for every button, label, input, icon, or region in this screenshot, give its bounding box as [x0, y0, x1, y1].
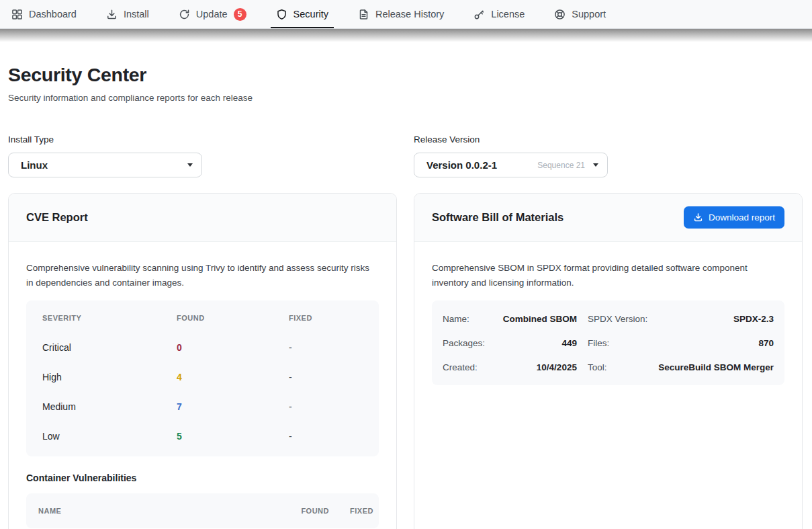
sbom-info-label: Packages:: [443, 331, 485, 355]
install-type-filter: Install Type Linux: [8, 134, 397, 177]
severity-row-critical: Critical 0 -: [42, 333, 363, 362]
download-icon: [106, 9, 118, 20]
release-version-filter: Release Version Version 0.0.2-1 Sequence…: [414, 134, 803, 177]
chevron-down-icon: [187, 163, 193, 167]
scroll-shadow-band: [0, 29, 812, 42]
name-column-header: NAME: [38, 507, 287, 515]
sbom-info-label: Files:: [588, 331, 647, 355]
sbom-info-label: Name:: [443, 307, 485, 331]
found-count: 4: [177, 372, 289, 382]
found-column-header: FOUND: [177, 314, 289, 322]
severity-row-low: Low 5 -: [42, 421, 363, 451]
install-type-select[interactable]: Linux: [8, 153, 202, 177]
cve-report-card-header: CVE Report: [9, 194, 396, 242]
sbom-info-label: Tool:: [588, 355, 647, 379]
dashboard-icon: [11, 9, 23, 20]
nav-label: License: [491, 9, 525, 19]
found-count: 5: [177, 431, 289, 442]
severity-name: Low: [42, 431, 177, 442]
sbom-info-grid: Name: Combined SBOM SPDX Version: SPDX-2…: [432, 300, 784, 385]
sbom-info-label: Created:: [443, 355, 485, 379]
nav-tab-support[interactable]: Support: [549, 0, 611, 28]
cve-report-card: CVE Report Comprehensive vulnerability s…: [8, 193, 397, 529]
file-text-icon: [358, 9, 369, 20]
sbom-info-value: 870: [658, 331, 774, 355]
severity-table-header: SEVERITY FOUND FIXED: [42, 313, 363, 323]
fixed-count: -: [289, 372, 363, 382]
download-report-label: Download report: [709, 212, 775, 222]
container-vulnerabilities-table-header: NAME FOUND FIXED: [26, 493, 379, 528]
shield-icon: [276, 9, 287, 20]
fixed-count: -: [289, 431, 363, 442]
release-version-value: Version 0.0.2-1: [426, 159, 532, 171]
fixed-column-header: FIXED: [289, 314, 363, 322]
nav-label: Dashboard: [29, 9, 77, 19]
fixed-count: -: [289, 342, 363, 353]
severity-name: Medium: [42, 401, 177, 412]
severity-column-header: SEVERITY: [42, 314, 177, 322]
sbom-info-value: 10/4/2025: [496, 355, 577, 379]
container-vulnerabilities-title: Container Vulnerabilities: [26, 473, 379, 483]
refresh-icon: [179, 9, 190, 20]
top-nav: Dashboard Install Update 5 Security: [0, 0, 812, 29]
key-icon: [473, 9, 485, 20]
main-content: Security Center Security information and…: [0, 64, 812, 529]
sbom-info-label: SPDX Version:: [588, 307, 647, 331]
install-type-value: Linux: [21, 159, 182, 171]
download-icon: [693, 212, 703, 222]
lifebuoy-icon: [554, 9, 566, 20]
sbom-info-value: SPDX-2.3: [658, 307, 774, 331]
nav-tab-install[interactable]: Install: [101, 0, 154, 28]
found-count: 0: [177, 342, 289, 353]
page-title: Security Center: [8, 64, 803, 86]
sbom-info-value: SecureBuild SBOM Merger: [658, 355, 774, 379]
found-column-header: FOUND: [298, 507, 329, 515]
nav-tab-release-history[interactable]: Release History: [353, 0, 449, 28]
nav-tab-dashboard[interactable]: Dashboard: [6, 0, 82, 28]
download-report-button[interactable]: Download report: [684, 206, 784, 229]
fixed-count: -: [289, 401, 363, 412]
install-type-label: Install Type: [8, 134, 397, 145]
sbom-info-value: Combined SBOM: [496, 307, 577, 331]
update-count-badge: 5: [234, 8, 246, 21]
cve-report-title: CVE Report: [26, 211, 88, 224]
sbom-title: Software Bill of Materials: [432, 211, 563, 224]
release-version-label: Release Version: [414, 134, 803, 145]
report-cards-row: CVE Report Comprehensive vulnerability s…: [8, 193, 803, 529]
nav-label: Security: [294, 9, 328, 19]
page-subtitle: Security information and compliance repo…: [8, 93, 803, 103]
nav-label: Update: [196, 9, 228, 19]
cve-report-description: Comprehensive vulnerability scanning usi…: [26, 261, 379, 290]
release-sequence-text: Sequence 21: [537, 161, 585, 170]
severity-row-medium: Medium 7 -: [42, 392, 363, 421]
found-count: 7: [177, 401, 289, 412]
sbom-card: Software Bill of Materials Download repo…: [414, 193, 803, 529]
nav-label: Release History: [375, 9, 444, 19]
nav-label: Install: [124, 9, 149, 19]
sbom-card-header: Software Bill of Materials Download repo…: [414, 194, 802, 242]
sbom-description: Comprehensive SBOM in SPDX format provid…: [432, 261, 784, 290]
severity-row-high: High 4 -: [42, 362, 363, 392]
severity-name: Critical: [42, 342, 177, 353]
filters-row: Install Type Linux Release Version Versi…: [8, 134, 803, 177]
release-version-select[interactable]: Version 0.0.2-1 Sequence 21: [414, 153, 608, 177]
nav-tab-update[interactable]: Update 5: [173, 0, 252, 28]
severity-table: SEVERITY FOUND FIXED Critical 0 - High 4…: [26, 300, 379, 456]
chevron-down-icon: [593, 163, 598, 167]
nav-tab-license[interactable]: License: [468, 0, 530, 28]
severity-name: High: [42, 372, 177, 382]
sbom-info-value: 449: [496, 331, 577, 355]
fixed-column-header: FIXED: [340, 507, 373, 515]
nav-tab-security[interactable]: Security: [271, 0, 334, 28]
nav-label: Support: [572, 9, 606, 19]
